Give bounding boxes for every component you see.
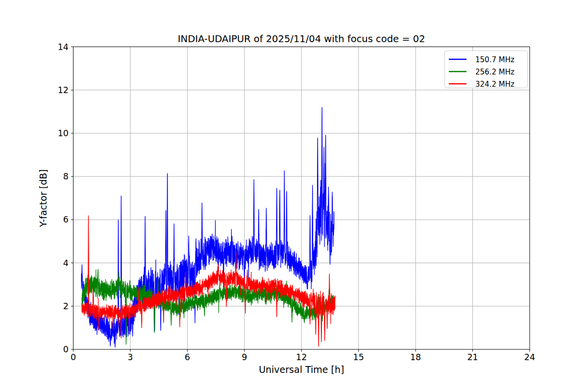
y-tick-label: 8 [63, 172, 69, 181]
chart-figure: 0369121518212402468101214INDIA-UDAIPUR o… [0, 0, 588, 392]
y-tick-label: 2 [63, 301, 69, 311]
x-tick-label: 3 [127, 352, 133, 362]
x-tick-label: 21 [467, 352, 478, 362]
x-axis-label: Universal Time [h] [259, 364, 344, 375]
x-tick-label: 24 [524, 352, 535, 362]
x-tick-label: 15 [353, 352, 364, 362]
x-tick-label: 12 [296, 352, 307, 362]
y-tick-label: 4 [63, 258, 69, 268]
legend-entry-label: 256.2 MHz [475, 68, 514, 76]
y-tick-label: 0 [63, 344, 69, 354]
legend-entry-label: 150.7 MHz [475, 55, 514, 64]
y-tick-label: 14 [58, 42, 69, 52]
chart-title: INDIA-UDAIPUR of 2025/11/04 with focus c… [178, 33, 425, 45]
y-tick-label: 10 [58, 128, 69, 138]
y-axis-label: Y-factor [dB] [38, 169, 49, 227]
legend: 150.7 MHz256.2 MHz324.2 MHz [445, 51, 528, 89]
x-tick-label: 0 [71, 352, 76, 362]
x-tick-label: 6 [185, 352, 190, 362]
legend-entry-label: 324.2 MHz [475, 80, 514, 89]
y-tick-label: 12 [58, 85, 69, 95]
x-tick-label: 9 [242, 352, 247, 362]
y-factor-line-chart: 0369121518212402468101214INDIA-UDAIPUR o… [0, 0, 588, 392]
y-tick-label: 6 [63, 215, 69, 224]
x-tick-label: 18 [410, 352, 421, 362]
